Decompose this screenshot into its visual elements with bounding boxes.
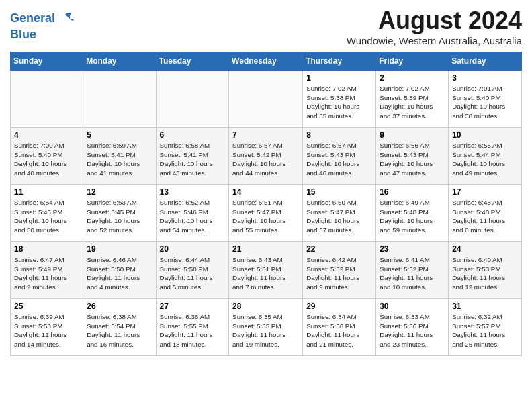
day-info: Sunrise: 7:01 AMSunset: 5:40 PMDaylight:… — [452, 84, 518, 121]
day-number: 18 — [14, 244, 79, 254]
day-number: 19 — [87, 244, 152, 254]
header-cell-sunday: Sunday — [11, 52, 83, 71]
calendar-week-3: 18Sunrise: 6:47 AMSunset: 5:49 PMDayligh… — [11, 242, 522, 299]
day-info: Sunrise: 6:56 AMSunset: 5:43 PMDaylight:… — [380, 141, 445, 178]
day-number: 20 — [160, 244, 226, 254]
day-info: Sunrise: 6:50 AMSunset: 5:47 PMDaylight:… — [306, 198, 372, 235]
calendar-cell: 2Sunrise: 7:02 AMSunset: 5:39 PMDaylight… — [376, 71, 449, 128]
calendar-cell: 29Sunrise: 6:34 AMSunset: 5:56 PMDayligh… — [303, 299, 376, 356]
day-number: 9 — [380, 130, 445, 140]
calendar-cell: 10Sunrise: 6:55 AMSunset: 5:44 PMDayligh… — [449, 128, 522, 185]
calendar-cell: 25Sunrise: 6:39 AMSunset: 5:53 PMDayligh… — [11, 299, 83, 356]
day-info: Sunrise: 6:39 AMSunset: 5:53 PMDaylight:… — [14, 312, 79, 349]
day-info: Sunrise: 6:51 AMSunset: 5:47 PMDaylight:… — [232, 198, 299, 235]
day-number: 3 — [452, 73, 518, 83]
calendar-cell: 27Sunrise: 6:36 AMSunset: 5:55 PMDayligh… — [156, 299, 229, 356]
day-number: 1 — [306, 73, 372, 83]
header-cell-tuesday: Tuesday — [156, 52, 229, 71]
calendar-cell — [229, 71, 303, 128]
day-number: 31 — [452, 302, 518, 311]
day-number: 6 — [160, 130, 226, 140]
calendar-cell: 11Sunrise: 6:54 AMSunset: 5:45 PMDayligh… — [11, 185, 83, 242]
month-title: August 2024 — [347, 7, 522, 35]
day-number: 24 — [452, 244, 518, 254]
day-number: 22 — [306, 244, 372, 254]
calendar-cell: 20Sunrise: 6:44 AMSunset: 5:50 PMDayligh… — [156, 242, 229, 299]
day-number: 25 — [14, 302, 79, 311]
day-number: 12 — [87, 187, 152, 197]
calendar-cell: 9Sunrise: 6:56 AMSunset: 5:43 PMDaylight… — [376, 128, 449, 185]
calendar-header-row: SundayMondayTuesdayWednesdayThursdayFrid… — [11, 52, 522, 71]
day-number: 15 — [306, 187, 372, 197]
day-info: Sunrise: 6:46 AMSunset: 5:50 PMDaylight:… — [87, 255, 152, 292]
calendar-cell: 7Sunrise: 6:57 AMSunset: 5:42 PMDaylight… — [229, 128, 303, 185]
day-number: 17 — [452, 187, 518, 197]
calendar-cell: 15Sunrise: 6:50 AMSunset: 5:47 PMDayligh… — [303, 185, 376, 242]
calendar-cell: 28Sunrise: 6:35 AMSunset: 5:55 PMDayligh… — [229, 299, 303, 356]
header-cell-monday: Monday — [83, 52, 156, 71]
calendar-week-2: 11Sunrise: 6:54 AMSunset: 5:45 PMDayligh… — [11, 185, 522, 242]
calendar-cell: 8Sunrise: 6:57 AMSunset: 5:43 PMDaylight… — [303, 128, 376, 185]
title-section: August 2024 Wundowie, Western Australia,… — [347, 7, 522, 46]
day-number: 26 — [87, 302, 152, 311]
day-info: Sunrise: 6:58 AMSunset: 5:41 PMDaylight:… — [160, 141, 226, 178]
day-info: Sunrise: 6:57 AMSunset: 5:42 PMDaylight:… — [232, 141, 299, 178]
calendar-cell: 18Sunrise: 6:47 AMSunset: 5:49 PMDayligh… — [11, 242, 83, 299]
logo-text-line1: General — [10, 12, 55, 26]
day-info: Sunrise: 6:38 AMSunset: 5:54 PMDaylight:… — [87, 312, 152, 349]
day-info: Sunrise: 6:40 AMSunset: 5:53 PMDaylight:… — [452, 255, 518, 292]
logo-icon — [56, 9, 75, 28]
logo: General Blue — [10, 9, 75, 42]
day-info: Sunrise: 6:34 AMSunset: 5:56 PMDaylight:… — [306, 312, 372, 349]
calendar-cell: 4Sunrise: 7:00 AMSunset: 5:40 PMDaylight… — [11, 128, 83, 185]
day-number: 27 — [160, 302, 226, 311]
day-info: Sunrise: 6:44 AMSunset: 5:50 PMDaylight:… — [160, 255, 226, 292]
day-info: Sunrise: 6:55 AMSunset: 5:44 PMDaylight:… — [452, 141, 518, 178]
calendar-week-1: 4Sunrise: 7:00 AMSunset: 5:40 PMDaylight… — [11, 128, 522, 185]
day-number: 21 — [232, 244, 299, 254]
calendar-cell: 6Sunrise: 6:58 AMSunset: 5:41 PMDaylight… — [156, 128, 229, 185]
calendar-cell: 24Sunrise: 6:40 AMSunset: 5:53 PMDayligh… — [449, 242, 522, 299]
day-number: 5 — [87, 130, 152, 140]
day-number: 28 — [232, 302, 299, 311]
calendar-cell: 13Sunrise: 6:52 AMSunset: 5:46 PMDayligh… — [156, 185, 229, 242]
header-cell-wednesday: Wednesday — [229, 52, 303, 71]
day-info: Sunrise: 6:41 AMSunset: 5:52 PMDaylight:… — [380, 255, 445, 292]
day-number: 8 — [306, 130, 372, 140]
day-number: 11 — [14, 187, 79, 197]
day-info: Sunrise: 6:35 AMSunset: 5:55 PMDaylight:… — [232, 312, 299, 349]
calendar-cell: 14Sunrise: 6:51 AMSunset: 5:47 PMDayligh… — [229, 185, 303, 242]
header-cell-friday: Friday — [376, 52, 449, 71]
day-number: 30 — [380, 302, 445, 311]
day-info: Sunrise: 6:57 AMSunset: 5:43 PMDaylight:… — [306, 141, 372, 178]
calendar-cell — [83, 71, 156, 128]
day-info: Sunrise: 6:33 AMSunset: 5:56 PMDaylight:… — [380, 312, 445, 349]
day-number: 14 — [232, 187, 299, 197]
header-cell-thursday: Thursday — [303, 52, 376, 71]
day-info: Sunrise: 6:53 AMSunset: 5:45 PMDaylight:… — [87, 198, 152, 235]
calendar-body: 1Sunrise: 7:02 AMSunset: 5:38 PMDaylight… — [11, 71, 522, 356]
calendar-week-0: 1Sunrise: 7:02 AMSunset: 5:38 PMDaylight… — [11, 71, 522, 128]
day-number: 23 — [380, 244, 445, 254]
calendar-cell — [11, 71, 83, 128]
day-info: Sunrise: 6:49 AMSunset: 5:48 PMDaylight:… — [380, 198, 445, 235]
day-info: Sunrise: 6:43 AMSunset: 5:51 PMDaylight:… — [232, 255, 299, 292]
day-info: Sunrise: 6:32 AMSunset: 5:57 PMDaylight:… — [452, 312, 518, 349]
calendar-cell: 19Sunrise: 6:46 AMSunset: 5:50 PMDayligh… — [83, 242, 156, 299]
day-info: Sunrise: 6:48 AMSunset: 5:48 PMDaylight:… — [452, 198, 518, 235]
calendar-cell: 17Sunrise: 6:48 AMSunset: 5:48 PMDayligh… — [449, 185, 522, 242]
calendar-cell: 26Sunrise: 6:38 AMSunset: 5:54 PMDayligh… — [83, 299, 156, 356]
day-number: 13 — [160, 187, 226, 197]
day-number: 16 — [380, 187, 445, 197]
calendar-cell — [156, 71, 229, 128]
day-info: Sunrise: 7:02 AMSunset: 5:39 PMDaylight:… — [380, 84, 445, 121]
calendar-table: SundayMondayTuesdayWednesdayThursdayFrid… — [10, 52, 522, 356]
day-number: 29 — [306, 302, 372, 311]
calendar-cell: 5Sunrise: 6:59 AMSunset: 5:41 PMDaylight… — [83, 128, 156, 185]
day-number: 2 — [380, 73, 445, 83]
calendar-cell: 1Sunrise: 7:02 AMSunset: 5:38 PMDaylight… — [303, 71, 376, 128]
calendar-cell: 12Sunrise: 6:53 AMSunset: 5:45 PMDayligh… — [83, 185, 156, 242]
day-info: Sunrise: 7:02 AMSunset: 5:38 PMDaylight:… — [306, 84, 372, 121]
day-info: Sunrise: 6:59 AMSunset: 5:41 PMDaylight:… — [87, 141, 152, 178]
day-info: Sunrise: 6:47 AMSunset: 5:49 PMDaylight:… — [14, 255, 79, 292]
